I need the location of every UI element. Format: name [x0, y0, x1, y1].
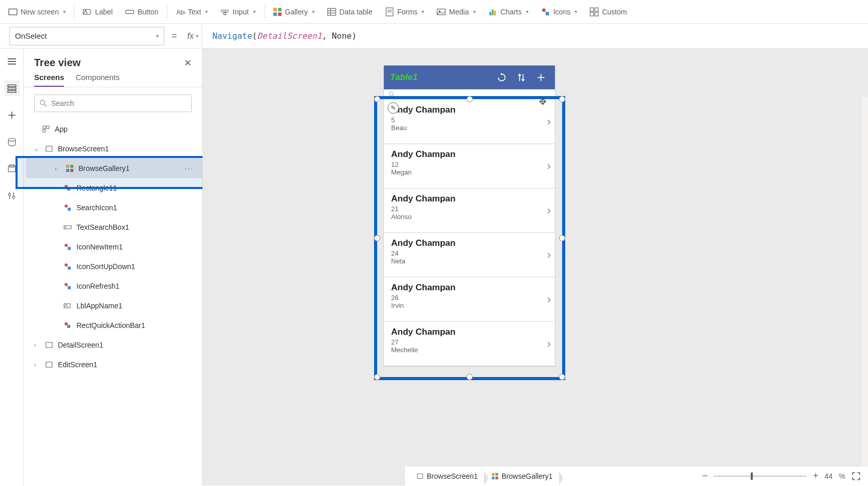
data-table-button[interactable]: Data table: [321, 1, 379, 23]
media-button[interactable]: Media ▾: [430, 1, 482, 23]
svg-rect-25: [590, 8, 594, 11]
tree-node-icon-refresh[interactable]: IconRefresh1: [26, 276, 202, 296]
icons-button[interactable]: Icons ▾: [535, 1, 583, 23]
resize-handle[interactable]: [559, 96, 565, 102]
svg-rect-49: [66, 169, 69, 172]
gallery-button[interactable]: Gallery ▾: [267, 1, 321, 23]
svg-line-71: [393, 96, 395, 98]
tree-search[interactable]: [34, 95, 192, 112]
chevron-right-icon: ›: [34, 362, 40, 368]
input-button[interactable]: Input ▾: [214, 1, 261, 23]
tree-node-detail-screen[interactable]: › DetailScreen1: [26, 335, 202, 355]
fx-button[interactable]: fx ▾: [184, 24, 202, 49]
tree-node-edit-screen[interactable]: › EditScreen1: [26, 355, 202, 374]
chevron-right-icon[interactable]: ›: [547, 248, 551, 262]
tree-view-button[interactable]: [4, 81, 20, 96]
gallery-item[interactable]: Andy Champan24Neta›: [384, 233, 555, 277]
svg-point-41: [40, 100, 45, 105]
gallery-item[interactable]: Andy Champan12Megan›: [384, 144, 555, 189]
data-button[interactable]: [4, 134, 20, 150]
chevron-right-icon[interactable]: ›: [547, 115, 551, 129]
label-button[interactable]: Label: [76, 1, 119, 23]
close-icon[interactable]: ✕: [184, 57, 192, 69]
input-icon: [220, 7, 229, 17]
canvas[interactable]: Table1 Andy Champan5Beau›Andy Champan12M…: [203, 49, 868, 485]
charts-button[interactable]: Charts ▾: [482, 1, 535, 23]
add-icon[interactable]: [533, 70, 549, 85]
button-label: Button: [137, 8, 158, 16]
gallery-item-sub2: Alonso: [391, 213, 548, 221]
gallery-item[interactable]: Andy Champan5Beau›: [384, 100, 555, 144]
chevron-right-icon[interactable]: ›: [547, 160, 551, 173]
tree-node-browse-screen[interactable]: ⌄ BrowseScreen1: [26, 139, 202, 159]
svg-rect-26: [595, 8, 598, 11]
tree-node-text-search-box[interactable]: TextSearchBox1: [26, 217, 202, 237]
tree-node-lbl-app-name[interactable]: LblAppName1: [26, 296, 202, 316]
left-rail: [0, 49, 24, 485]
screen-icon: [44, 340, 54, 350]
resize-handle[interactable]: [374, 96, 380, 102]
svg-rect-74: [495, 473, 498, 475]
breadcrumb-gallery-label: BrowseGallery1: [502, 472, 553, 480]
phone-search[interactable]: [384, 89, 555, 100]
tree-node-icon-new-item[interactable]: IconNewItem1: [26, 237, 202, 257]
text-button[interactable]: Abc Text ▾: [169, 1, 214, 23]
svg-rect-62: [68, 286, 71, 289]
tree-node-rectangle11[interactable]: Rectangle11: [26, 178, 202, 198]
tree-search-input[interactable]: [51, 99, 186, 107]
breadcrumb-gallery[interactable]: BrowseGallery1: [487, 470, 560, 482]
chevron-right-icon[interactable]: ›: [547, 337, 551, 351]
vertical-scrollbar[interactable]: [861, 97, 868, 466]
insert-button[interactable]: [4, 107, 20, 123]
formula-input[interactable]: Navigate(DetailScreen1, None): [207, 31, 357, 41]
gallery-item[interactable]: Andy Champan26Irvin›: [384, 277, 555, 322]
tab-components[interactable]: Components: [75, 73, 119, 87]
label-icon: [83, 7, 92, 17]
forms-button[interactable]: Forms ▾: [379, 1, 431, 23]
media-panel-button[interactable]: [4, 161, 20, 177]
sort-icon[interactable]: [514, 70, 529, 85]
zoom-out-button[interactable]: −: [702, 471, 708, 481]
browse-gallery[interactable]: Andy Champan5Beau›Andy Champan12Megan›An…: [384, 100, 555, 366]
charts-icon: [488, 7, 498, 17]
fullscreen-button[interactable]: [851, 472, 861, 481]
property-value: OnSelect: [15, 32, 47, 40]
tree-node-search-icon[interactable]: SearchIcon1: [26, 198, 202, 217]
button-button[interactable]: Button: [119, 1, 164, 23]
property-dropdown[interactable]: OnSelect ▾: [9, 27, 164, 45]
formula-arg2: None: [332, 31, 352, 41]
resize-handle[interactable]: [559, 374, 565, 380]
refresh-icon[interactable]: [494, 70, 509, 85]
tab-screens[interactable]: Screens: [34, 73, 64, 87]
resize-handle[interactable]: [559, 235, 565, 241]
tree-node-icon-sort[interactable]: IconSortUpDown1: [26, 257, 202, 276]
svg-rect-20: [489, 12, 491, 15]
tree-node-rect-quick-action[interactable]: RectQuickActionBar1: [26, 316, 202, 335]
tree-node-browse-gallery[interactable]: › BrowseGallery1 ···: [26, 159, 202, 178]
settings-button[interactable]: [4, 188, 20, 203]
breadcrumb-screen[interactable]: BrowseScreen1: [412, 470, 485, 482]
chevron-right-icon[interactable]: ›: [547, 293, 551, 306]
zoom-slider[interactable]: [714, 476, 807, 477]
chevron-right-icon[interactable]: ›: [547, 204, 551, 217]
resize-handle[interactable]: [374, 374, 380, 380]
fx-label: fx: [188, 32, 194, 41]
chevron-down-icon: ▾: [156, 33, 159, 39]
more-icon[interactable]: ···: [184, 164, 194, 173]
gallery-item[interactable]: Andy Champan21Alonso›: [384, 189, 555, 233]
new-screen-button[interactable]: New screen ▾: [2, 1, 72, 23]
zoom-in-button[interactable]: +: [813, 471, 818, 481]
tree-node-app[interactable]: App: [26, 119, 202, 139]
app-header: Table1: [384, 66, 555, 89]
gallery-item[interactable]: Andy Champan27Mechelle›: [384, 322, 555, 366]
icons-icon: [63, 203, 72, 212]
chevron-down-icon: ▾: [312, 9, 315, 14]
custom-button[interactable]: Custom: [583, 1, 633, 23]
svg-rect-67: [46, 362, 52, 367]
svg-rect-65: [67, 325, 70, 328]
textbox-icon: [63, 223, 72, 232]
resize-handle[interactable]: [467, 374, 473, 380]
resize-handle[interactable]: [374, 235, 380, 241]
hamburger-button[interactable]: [4, 54, 20, 69]
node-label: BrowseScreen1: [58, 145, 109, 153]
